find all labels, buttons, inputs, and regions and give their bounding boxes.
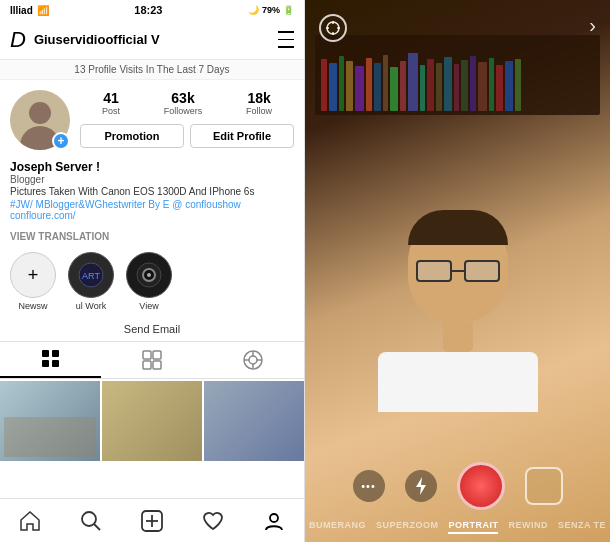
- person-body: [378, 352, 538, 412]
- book-4: [346, 61, 353, 111]
- home-icon: [19, 510, 41, 532]
- mode-portrait[interactable]: PORTRAIT: [448, 518, 498, 534]
- profile-link[interactable]: confloure.com/: [10, 210, 294, 221]
- glasses-right: [464, 260, 500, 282]
- status-left: Illiad 📶: [10, 5, 49, 16]
- edit-profile-button[interactable]: Edit Profile: [190, 124, 294, 148]
- mode-rewind[interactable]: REWIND: [508, 518, 548, 534]
- svg-rect-9: [143, 351, 151, 359]
- nav-search[interactable]: [61, 510, 122, 532]
- highlight-label-new: Newsw: [18, 301, 47, 311]
- mode-superzoom[interactable]: SUPERZOOM: [376, 518, 439, 534]
- svg-rect-10: [153, 351, 161, 359]
- bio-section: Joseph Server ! Blogger Pictures Taken W…: [0, 156, 304, 227]
- followers-stat: 63k Followers: [164, 90, 203, 116]
- svg-point-14: [249, 356, 257, 364]
- svg-rect-7: [42, 360, 49, 367]
- photo-cell-3[interactable]: [204, 381, 304, 461]
- book-12: [420, 65, 425, 111]
- book-1: [321, 59, 327, 111]
- nav-heart[interactable]: [182, 510, 243, 532]
- grid-icon: [41, 349, 61, 369]
- tab-list[interactable]: [101, 342, 202, 378]
- svg-point-4: [147, 273, 151, 277]
- menu-icon: [278, 46, 294, 48]
- book-8: [383, 55, 388, 111]
- camera-panel: › ••• BUMERANG SUPERZOOM PORTRAIT REWIND…: [305, 0, 610, 542]
- svg-rect-5: [42, 350, 49, 357]
- stats-row: 41 Post 63k Followers 18k Follow: [80, 90, 294, 116]
- tab-tagged[interactable]: [203, 342, 304, 378]
- book-2: [329, 63, 337, 111]
- highlight-item-work[interactable]: ART ul Work: [68, 252, 114, 311]
- view-translation-button[interactable]: VIEW TRANSLATION: [0, 227, 304, 246]
- flash-button[interactable]: [405, 470, 437, 502]
- highlight-label-view: View: [139, 301, 158, 311]
- profile-section: + 41 Post 63k Followers 18k Follow Promo…: [0, 80, 304, 156]
- content-tab-bar: [0, 341, 304, 379]
- flash-icon: [414, 477, 428, 495]
- battery-icon: 🔋: [283, 5, 294, 15]
- svg-point-19: [82, 512, 96, 526]
- promotion-button[interactable]: Promotion: [80, 124, 184, 148]
- profile-tags: #JW/ MBlogger&WGhestwriter By E @ conflo…: [10, 199, 294, 210]
- glasses-left: [416, 260, 452, 282]
- highlight-item-new[interactable]: + Newsw: [10, 252, 56, 311]
- book-7: [374, 63, 381, 111]
- story-mode-bar: BUMERANG SUPERZOOM PORTRAIT REWIND SENZA…: [305, 514, 610, 542]
- person-hair: [408, 210, 508, 245]
- person-preview: [378, 212, 538, 412]
- mode-bumerang[interactable]: BUMERANG: [309, 518, 366, 534]
- next-arrow[interactable]: ›: [589, 14, 596, 42]
- following-count: 18k: [247, 90, 270, 106]
- gallery-preview-button[interactable]: [525, 467, 563, 505]
- nav-home[interactable]: [0, 510, 61, 532]
- followers-count: 63k: [171, 90, 194, 106]
- status-bar: Illiad 📶 18:23 🌙 79% 🔋: [0, 0, 304, 20]
- app-header: D Giuservidioofficial V: [0, 20, 304, 60]
- username-display: Giuservidioofficial V: [34, 32, 278, 47]
- search-icon: [80, 510, 102, 532]
- highlight-circle-view: [126, 252, 172, 298]
- nav-profile[interactable]: [243, 510, 304, 532]
- tab-grid[interactable]: [0, 342, 101, 378]
- person-head-area: [398, 212, 518, 352]
- left-panel: Illiad 📶 18:23 🌙 79% 🔋 D Giuservidiooffi…: [0, 0, 305, 542]
- view-icon: [135, 261, 163, 289]
- glasses-bridge: [452, 270, 464, 272]
- posts-stat: 41 Post: [102, 90, 120, 116]
- stats-section: 41 Post 63k Followers 18k Follow Promoti…: [80, 90, 294, 148]
- photo-cell-1[interactable]: [0, 381, 100, 461]
- camera-top-controls: ›: [305, 14, 610, 42]
- bottom-nav: [0, 498, 304, 542]
- send-email-button[interactable]: Send Email: [0, 317, 304, 341]
- nav-add[interactable]: [122, 510, 183, 532]
- person-neck: [443, 322, 473, 352]
- svg-rect-8: [52, 360, 59, 367]
- more-options-button[interactable]: •••: [353, 470, 385, 502]
- book-23: [515, 59, 521, 111]
- book-15: [444, 57, 452, 111]
- book-19: [478, 62, 487, 111]
- highlight-item-view[interactable]: View: [126, 252, 172, 311]
- add-story-button[interactable]: +: [52, 132, 70, 150]
- svg-rect-6: [52, 350, 59, 357]
- camera-mode-button[interactable]: [319, 14, 347, 42]
- menu-button[interactable]: [278, 29, 294, 50]
- person-face: [408, 212, 508, 322]
- record-button[interactable]: [457, 462, 505, 510]
- camera-bottom-controls: ••• BUMERANG SUPERZOOM PORTRAIT REWIND S…: [305, 454, 610, 542]
- book-5: [355, 66, 364, 111]
- following-stat: 18k Follow: [246, 90, 272, 116]
- photo-grid: [0, 379, 304, 498]
- book-16: [454, 64, 459, 111]
- svg-line-20: [94, 524, 100, 530]
- svg-point-24: [270, 514, 278, 522]
- followers-label: Followers: [164, 106, 203, 116]
- highlight-circle-work: ART: [68, 252, 114, 298]
- bookshelf-background: [315, 35, 600, 115]
- mode-senza-te[interactable]: SENZA TE: [558, 518, 606, 534]
- avatar-wrap: +: [10, 90, 70, 150]
- photo-cell-2[interactable]: [102, 381, 202, 461]
- profile-description: Pictures Taken With Canon EOS 1300D And …: [10, 185, 294, 199]
